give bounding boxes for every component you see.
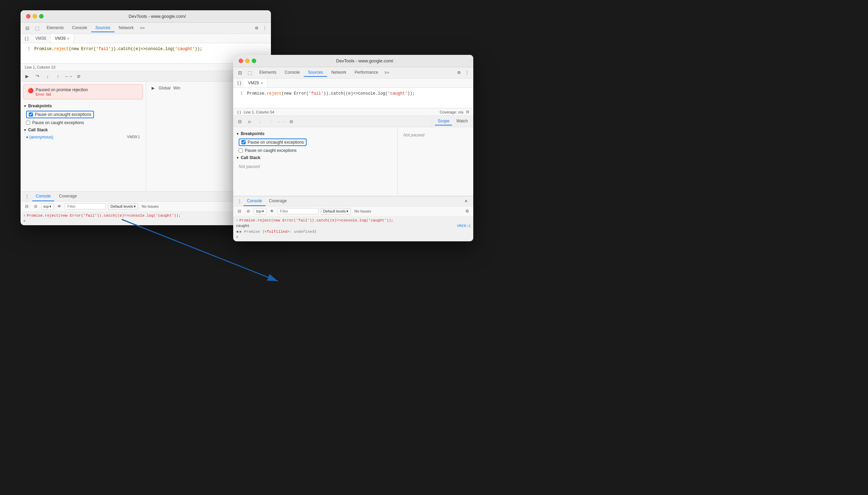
more-icon-2[interactable]: ⋮ [464,69,471,76]
expand-icon-2[interactable]: ▶ [240,230,242,234]
clear-btn-2[interactable]: ⊘ [245,208,252,215]
sidebar-btn-2[interactable]: ⊟ [236,208,243,215]
win-label-1[interactable]: Win [173,86,180,90]
pause-btn-2[interactable]: ⊟ [236,118,243,125]
step-over-btn-2[interactable]: ↓ [257,118,264,125]
deactivate-btn-1[interactable]: ⊘ [75,72,82,80]
close-button-2[interactable] [239,59,243,63]
file-tab-toggle-1[interactable]: { } [22,34,31,43]
console-line-2c: ◀ ▶ Promise {<fulfilled>: undefined} [236,229,471,234]
console-output-2: › Promise.reject(new Error('fail')).catc… [233,216,473,241]
callstack-header-1[interactable]: ▼ Call Stack [23,126,143,134]
step-into-btn-2[interactable]: ↑ [267,118,274,125]
step-next-btn-2[interactable]: →→ [277,118,285,125]
pause-caught-item-2[interactable]: Pause on caught exceptions [236,147,395,154]
console-line-2a: › Promise.reject(new Error('fail')).catc… [236,218,471,223]
vm29-link-2[interactable]: VM29:1 [457,224,471,228]
console-tab-2[interactable]: Console [243,196,265,206]
tab-console-1[interactable]: Console [68,24,91,32]
eye-btn-2[interactable]: 👁 [269,208,275,215]
minimize-button-1[interactable] [33,14,37,19]
maximize-button-2[interactable] [252,59,256,63]
resume-btn-2[interactable]: ▶ [246,118,254,125]
deactivate-btn-2[interactable]: ⊘ [287,118,295,125]
close-vm29-icon[interactable]: ✕ [260,81,263,85]
right-scope-2: Not paused [398,127,473,196]
settings-icon-1[interactable]: ⚙ [253,24,260,32]
pause-caught-checkbox-1[interactable] [26,121,30,125]
more-tabs-icon-2[interactable]: >> [382,69,391,76]
breakpoints-header-2[interactable]: ▼ Breakpoints [236,130,395,137]
minimize-button-2[interactable] [245,59,250,63]
close-button-1[interactable] [26,14,31,19]
promise-expand-icon[interactable]: ◀ [236,229,238,234]
watch-tab-2[interactable]: Watch [453,117,471,125]
sidebar-toggle-icon[interactable]: ⊟ [23,24,32,32]
pause-uncaught-checkbox-1[interactable] [29,112,33,117]
scope-tab-2[interactable]: Scope [435,117,452,125]
expand-arrow-icon-2a[interactable]: › [236,219,238,222]
filter-input-2[interactable] [277,208,319,214]
sidebar-btn-1[interactable]: ⊟ [23,203,30,210]
file-tab-vm39[interactable]: VM39 ✕ [51,34,74,43]
maximize-button-1[interactable] [39,14,44,19]
file-tab-vm29[interactable]: VM29 ✕ [244,79,267,87]
step-out-btn-1[interactable]: ↑ [54,72,62,80]
top-selector-2[interactable]: top ▾ [254,208,266,215]
pause-uncaught-item-1[interactable]: Pause on uncaught exceptions [23,110,143,119]
inspector-icon-2[interactable]: ⬚ [246,69,254,77]
callstack-header-2[interactable]: ▼ Call Stack [236,154,395,161]
step-into-btn-1[interactable]: ↓ [44,72,51,80]
file-tab-vm30[interactable]: VM30 [31,34,50,43]
tab-elements-1[interactable]: Elements [43,24,68,32]
console-dots-icon[interactable]: ⋮ [23,192,31,201]
main-toolbar-1: ⊟ ⬚ Elements Console Sources Network >> … [21,23,271,34]
position-status-1: Line 1, Column 13 [25,65,55,69]
coverage-tab-1[interactable]: Coverage [56,192,80,201]
default-levels-2[interactable]: Default levels ▾ [321,208,351,215]
step-over-btn-1[interactable]: ↷ [34,72,41,80]
pause-caught-item-1[interactable]: Pause on caught exceptions [23,119,143,126]
tab-performance-2[interactable]: Performance [350,69,382,77]
expand-global-icon[interactable]: ▶ [152,86,155,90]
global-label-1[interactable]: Global [159,86,171,90]
dock-icon-2[interactable]: ⊟ [466,110,469,114]
tab-elements-2[interactable]: Elements [255,69,281,77]
console-dots-icon-2[interactable]: ⋮ [236,196,243,206]
top-selector-1[interactable]: top ▾ [41,203,54,210]
console-cursor-2[interactable]: > [236,234,471,240]
pause-caught-checkbox-2[interactable] [239,148,243,153]
coverage-tab-2[interactable]: Coverage [265,196,290,206]
console-tab-1[interactable]: Console [32,192,54,201]
not-paused-callstack-2: Not paused [236,161,395,172]
title-bar-1: DevTools - www.google.com/ [21,10,271,23]
sidebar-toggle-icon-2[interactable]: ⊟ [236,69,244,77]
close-vm39-icon[interactable]: ✕ [67,37,70,40]
default-levels-1[interactable]: Default levels ▾ [108,203,138,210]
step-next-btn-1[interactable]: →→ [64,72,72,80]
settings-icon-2[interactable]: ⚙ [456,69,462,76]
more-tabs-icon-1[interactable]: >> [138,24,147,32]
tab-network-1[interactable]: Network [115,24,138,32]
breakpoints-label-1: Breakpoints [28,104,52,108]
caught-line-2: caught VM29:1 [236,224,471,228]
breakpoints-header-1[interactable]: ▼ Breakpoints [23,102,143,110]
expand-arrow-icon-1[interactable]: › [23,214,25,218]
tab-network-2[interactable]: Network [327,69,350,77]
clear-btn-1[interactable]: ⊘ [32,203,39,210]
tab-console-2[interactable]: Console [281,69,304,77]
callstack-item-1[interactable]: ♦ (anonymous) VM39:1 [23,134,143,141]
filter-input-1[interactable] [65,203,106,209]
file-tab-toggle-2[interactable]: { } [235,79,244,87]
close-console-icon-2[interactable]: ✕ [462,197,471,205]
settings-console-icon-2[interactable]: ⚙ [464,208,471,215]
more-icon-1[interactable]: ⋮ [261,24,268,32]
pause-uncaught-checkbox-2[interactable] [241,140,246,144]
inspector-icon[interactable]: ⬚ [33,24,41,32]
console-cursor-1[interactable]: > [23,218,268,224]
pause-uncaught-item-2[interactable]: Pause on uncaught exceptions [236,137,395,147]
tab-sources-1[interactable]: Sources [91,24,115,32]
eye-btn-1[interactable]: 👁 [56,203,63,210]
resume-btn-1[interactable]: ▶ [23,72,31,80]
tab-sources-2[interactable]: Sources [304,69,327,77]
